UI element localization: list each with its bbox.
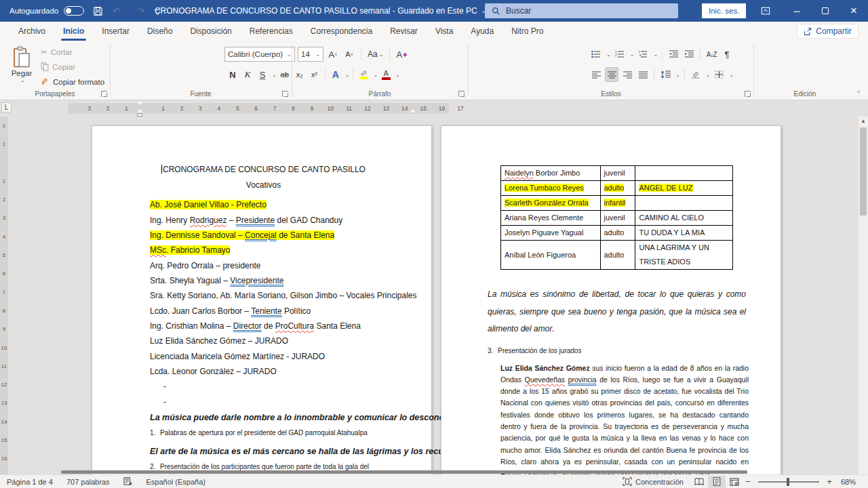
doc-line: Ing. Henry Rodriguez – Presidente del GA… [150, 212, 377, 227]
doc-heading: CRONOGRAMA DE CONCURSO DE CANTO PASILLO [150, 164, 377, 175]
zoom-in-button[interactable]: + [825, 476, 834, 487]
bold-button[interactable]: N [226, 67, 239, 82]
copy-button: Copiar [41, 62, 75, 71]
ribbon-tab[interactable]: Vista [427, 22, 462, 41]
font-family-select[interactable]: Calibri (Cuerpo)⌄ [224, 47, 295, 62]
ribbon-tab[interactable]: Ayuda [462, 22, 502, 41]
underline-dropdown-icon[interactable]: ⌄ [272, 72, 277, 78]
sign-in-button[interactable]: Inic. ses. [702, 3, 746, 18]
proofing-status-icon[interactable] [117, 475, 140, 488]
horizontal-ruler[interactable]: 321 1234567891011121314151617 [68, 103, 449, 114]
ribbon-tab-row: ArchivoInicioInsertarDiseñoDisposiciónRe… [0, 22, 868, 41]
doc-line: MSc. Fabricio Tamayo [150, 243, 377, 258]
italic-button[interactable]: K [241, 67, 254, 82]
document-title[interactable]: CRONOGRAMA DE CONCURSO DE CANTO PASILLO … [156, 0, 485, 22]
doc-line: Lcda. Leonor González – JURADO [150, 364, 377, 379]
group-styles: AaBbCcDc ¶ Normal AaBbCcDc ¶ Sin espa...… [469, 41, 753, 100]
zoom-level[interactable]: 68% [834, 475, 863, 488]
doc-line: Srta. Sheyla Yagual – Vicepresidente [150, 273, 377, 288]
search-input[interactable]: Buscar [485, 3, 678, 18]
table-row[interactable]: Joselyn Piguave Yagual adulto TU DUDA Y … [501, 226, 733, 241]
ribbon: Pegar ⌄ ✂Cortar Copiar Copiar formato Po… [0, 41, 868, 100]
word-count-status[interactable]: 707 palabras [60, 475, 117, 488]
share-button[interactable]: Compartir [797, 24, 859, 39]
table-row[interactable]: Ariana Reyes Clemente juvenil CAMINO AL … [501, 211, 733, 226]
right-indent-marker[interactable] [410, 108, 416, 113]
text-cursor [161, 165, 162, 174]
title-bar: Autoguardado ↶⌄ ↷ ⌄ CRONOGRAMA DE CONCUR… [0, 0, 868, 22]
close-button[interactable]: × [842, 0, 865, 22]
autosave-label: Autoguardado [9, 7, 58, 15]
restore-button[interactable] [814, 0, 837, 22]
toggle-knob [66, 8, 71, 14]
language-status[interactable]: Español (España) [140, 475, 212, 488]
doc-line: - [150, 379, 377, 394]
table-row[interactable]: Scarleth González Orrala infantil [501, 196, 733, 211]
zoom-out-button[interactable]: − [743, 476, 753, 487]
doc-line: - [150, 394, 377, 409]
format-painter-icon [41, 77, 50, 86]
ribbon-tab[interactable]: Archivo [9, 22, 54, 41]
document-page-2[interactable]: Naidelyn Borbor Jimbo juvenil Lorena Tum… [441, 125, 781, 474]
cut-button: ✂Cortar [41, 47, 73, 57]
doc-numbered-item-1: 1.Palabras de apertura por el presidente… [150, 426, 377, 440]
table-row[interactable]: Naidelyn Borbor Jimbo juvenil [501, 166, 733, 181]
participants-table: Naidelyn Borbor Jimbo juvenil Lorena Tum… [500, 165, 733, 270]
ribbon-tab[interactable]: Revisar [381, 22, 427, 41]
save-icon[interactable] [90, 3, 106, 19]
doc-subheading: Vocativos [150, 180, 377, 190]
ribbon-tab[interactable]: Insertar [93, 22, 138, 41]
vertical-scroll-thumb[interactable] [860, 127, 867, 216]
doc-line: Licenciada Maricela Gómez Martínez - JUR… [150, 348, 377, 363]
tab-stop-selector[interactable]: L [1, 102, 12, 113]
jury-bio-1: Luz Elida Sánchez Gómez sus inicio fuero… [500, 363, 749, 475]
paste-button[interactable]: Pegar ⌄ [7, 46, 37, 91]
table-row[interactable]: Aníbal León Figueroa adulto UNA LAGRIMA … [501, 241, 733, 270]
status-bar: Página 1 de 4 707 palabras Español (Espa… [0, 474, 868, 488]
doc-line: Ab. José Daniel Villao - Prefecto [150, 197, 377, 212]
read-mode-button[interactable] [690, 476, 708, 488]
vertical-scrollbar[interactable]: ▲ [859, 117, 868, 474]
doc-line: Ing. Cristhian Molina – Director de ProC… [150, 319, 377, 333]
styles-dialog-launcher[interactable] [745, 91, 751, 97]
scissors-icon: ✂ [41, 47, 47, 57]
doc-line: Ing. Dennisse Sandoval – Concejal de San… [150, 228, 377, 243]
clipboard-dialog-launcher[interactable] [101, 91, 107, 97]
scroll-up-icon[interactable]: ▲ [859, 117, 868, 126]
format-painter-button[interactable]: Copiar formato [41, 77, 104, 86]
paragraph-dialog-launcher[interactable] [458, 91, 465, 97]
group-paragraph: ⌄ 12 ⌄ 1a ⌄ A↓Z ¶ [292, 41, 467, 100]
web-layout-button[interactable] [726, 476, 743, 488]
ribbon-tab[interactable]: Diseño [138, 22, 181, 41]
ribbon-tab[interactable]: Correspondencia [302, 22, 381, 41]
group-clipboard: Pegar ⌄ ✂Cortar Copiar Copiar formato Po… [0, 41, 110, 100]
zoom-slider[interactable] [758, 481, 819, 483]
doc-quote-3: La música es sinónimo de libertad, de to… [488, 286, 746, 338]
ribbon-tab[interactable]: Inicio [54, 22, 93, 41]
collapse-ribbon-icon[interactable]: ⌃ [856, 90, 861, 97]
document-page-1[interactable]: CRONOGRAMA DE CONCURSO DE CANTO PASILLO … [92, 125, 432, 474]
vertical-ruler[interactable]: 2112345678910111213141516 [0, 117, 8, 474]
horizontal-scroll-thumb[interactable] [61, 470, 747, 474]
table-row[interactable]: Lorena Tumbaco Reyes adulto ANGEL DE LUZ [501, 181, 733, 196]
doc-line: Lcdo. Juan Carlos Borbor – Teniente Polí… [150, 303, 377, 318]
print-layout-button[interactable] [708, 476, 726, 488]
first-line-indent-marker[interactable] [136, 102, 143, 106]
underline-button[interactable]: S [256, 67, 269, 82]
zoom-slider-thumb[interactable] [787, 478, 789, 486]
doc-line: Luz Elida Sánchez Gómez – JURADO [150, 333, 377, 348]
document-canvas: 2112345678910111213141516 CRONOGRAMA DE … [0, 117, 868, 474]
ribbon-display-options-icon[interactable] [754, 0, 777, 22]
ribbon-tab[interactable]: Nitro Pro [502, 22, 552, 41]
focus-mode-button[interactable]: Concentración [616, 475, 690, 488]
strikethrough-button[interactable]: ab [278, 67, 292, 82]
page-number-status[interactable]: Página 1 de 4 [0, 475, 60, 488]
minimize-button[interactable]: ─ [785, 0, 808, 22]
ribbon-tab[interactable]: Referencias [241, 22, 302, 41]
font-dialog-launcher[interactable] [282, 91, 288, 97]
ribbon-tab[interactable]: Disposición [181, 22, 240, 41]
paste-dropdown-icon[interactable]: ⌄ [20, 77, 25, 83]
autosave-toggle[interactable] [64, 6, 84, 16]
doc-line: Sra. Ketty Soriano, Ab. María Soriano, G… [150, 288, 377, 303]
hanging-indent-marker[interactable] [136, 108, 143, 113]
